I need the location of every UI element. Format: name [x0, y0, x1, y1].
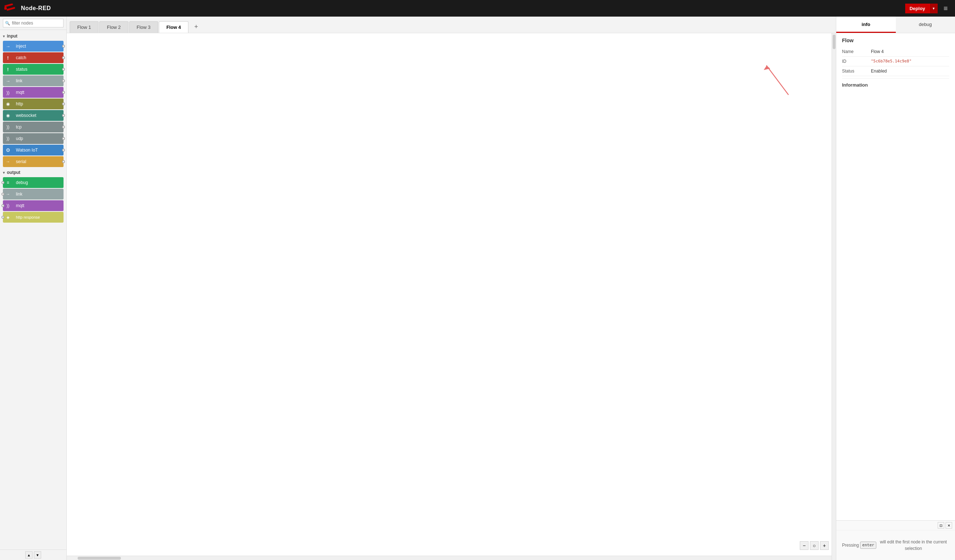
- header-left: Node-RED: [4, 4, 51, 13]
- right-panel-content: Flow Name Flow 4 ID "5c6b78e5.14c9e8" St…: [836, 33, 955, 520]
- output-section-chevron: ▾: [3, 171, 5, 175]
- filter-nodes-input[interactable]: [3, 19, 64, 27]
- node-http[interactable]: ◉ http: [3, 99, 64, 109]
- add-flow-button[interactable]: +: [191, 21, 202, 33]
- header: Node-RED Deploy ▾ ≡: [0, 0, 955, 17]
- tab-flow1[interactable]: Flow 1: [70, 21, 99, 33]
- svg-rect-0: [4, 4, 13, 7]
- inject-label: inject: [13, 41, 64, 52]
- mqtt-out-port-left: [2, 204, 4, 207]
- node-catch[interactable]: ! catch: [3, 52, 64, 63]
- zoom-reset-button[interactable]: ○: [810, 541, 819, 550]
- tab-flow4[interactable]: Flow 4: [159, 21, 188, 33]
- node-udp[interactable]: )) udp: [3, 133, 64, 144]
- info-label-name: Name: [842, 49, 871, 54]
- node-tcp[interactable]: )) tcp: [3, 122, 64, 133]
- app-title: Node-RED: [21, 5, 51, 11]
- websocket-icon: ◉: [3, 110, 13, 121]
- output-section-header[interactable]: ▾ output: [0, 168, 66, 177]
- status-icon: !: [3, 64, 13, 75]
- zoom-in-button[interactable]: +: [820, 541, 829, 550]
- node-serial[interactable]: → serial: [3, 156, 64, 167]
- http-response-port-left: [2, 216, 4, 219]
- help-panel-close-btn[interactable]: ✕: [946, 522, 952, 529]
- logo: [4, 4, 17, 13]
- link-out-port-left: [2, 193, 4, 196]
- info-value-id: "5c6b78e5.14c9e8": [871, 59, 912, 64]
- http-response-label: http response: [13, 212, 64, 223]
- serial-port-right: [62, 160, 65, 163]
- right-panel: info debug Flow Name Flow 4 ID "5c6b78e5…: [836, 17, 955, 560]
- hamburger-menu-button[interactable]: ≡: [941, 3, 951, 14]
- canvas-hscrollbar-thumb[interactable]: [78, 557, 121, 560]
- mqtt-icon: )): [3, 87, 13, 98]
- node-debug-output[interactable]: ≡ debug: [3, 177, 64, 188]
- node-mqtt[interactable]: )) mqtt: [3, 87, 64, 98]
- tab-flow2[interactable]: Flow 2: [99, 21, 128, 33]
- node-http-response[interactable]: ◈ http response: [3, 212, 64, 223]
- node-inject[interactable]: → inject: [3, 41, 64, 52]
- watson-port-right: [62, 149, 65, 152]
- deploy-button[interactable]: Deploy: [905, 4, 929, 13]
- node-websocket[interactable]: ◉ websocket: [3, 110, 64, 121]
- canvas-wrapper: − ○ +: [67, 33, 836, 560]
- node-link-output[interactable]: → link: [3, 189, 64, 200]
- node-mqtt-output[interactable]: )) mqtt: [3, 200, 64, 211]
- help-text-before: Pressing: [842, 542, 859, 549]
- node-link[interactable]: → link: [3, 75, 64, 86]
- serial-icon: →: [3, 156, 13, 167]
- tabs-bar: Flow 1 Flow 2 Flow 3 Flow 4 +: [67, 17, 836, 33]
- info-sub-section: Information: [842, 78, 949, 90]
- header-right: Deploy ▾ ≡: [905, 3, 951, 14]
- serial-label: serial: [13, 156, 64, 167]
- filter-wrapper: 🔍: [0, 17, 66, 30]
- canvas-bottom-controls: − ○ +: [800, 541, 829, 550]
- input-section-header[interactable]: ▾ input: [0, 31, 66, 40]
- output-section-label: output: [7, 170, 20, 175]
- link-label: link: [13, 75, 64, 86]
- info-value-status: Enabled: [871, 69, 887, 74]
- right-panel-inner: Flow Name Flow 4 ID "5c6b78e5.14c9e8" St…: [836, 33, 955, 94]
- svg-marker-3: [764, 66, 770, 70]
- node-watson-iot[interactable]: ⚙ Watson IoT: [3, 145, 64, 155]
- sidebar: 🔍 ▾ input → inject ! catch: [0, 17, 67, 560]
- watson-icon: ⚙: [3, 145, 13, 155]
- sidebar-scroll-up[interactable]: ▲: [25, 551, 33, 558]
- help-text-after: will edit the first node in the current …: [878, 539, 950, 552]
- help-panel-expand-btn[interactable]: ⊡: [938, 522, 944, 529]
- info-row-id: ID "5c6b78e5.14c9e8": [842, 57, 949, 66]
- deploy-wrapper: Deploy ▾: [905, 4, 938, 13]
- deploy-dropdown-button[interactable]: ▾: [929, 4, 938, 13]
- status-port-right: [62, 68, 65, 71]
- canvas-vscrollbar[interactable]: [831, 33, 836, 560]
- http-response-icon: ◈: [3, 212, 13, 223]
- right-tab-info[interactable]: info: [836, 17, 896, 33]
- node-status[interactable]: ! status: [3, 64, 64, 75]
- help-panel-header: ⊡ ✕: [836, 521, 955, 530]
- http-icon: ◉: [3, 99, 13, 109]
- input-section-label: input: [7, 34, 17, 39]
- info-value-name: Flow 4: [871, 49, 883, 54]
- canvas-hscrollbar[interactable]: [67, 556, 831, 560]
- tcp-port-right: [62, 125, 65, 128]
- catch-label: catch: [13, 52, 64, 63]
- mqtt-out-icon: )): [3, 200, 13, 211]
- tcp-icon: )): [3, 122, 13, 133]
- tcp-label: tcp: [13, 122, 64, 133]
- link-icon: →: [3, 75, 13, 86]
- catch-port-right: [62, 56, 65, 59]
- catch-icon: !: [3, 52, 13, 63]
- mqtt-out-label: mqtt: [13, 200, 64, 211]
- inject-icon: →: [3, 41, 13, 52]
- main-layout: 🔍 ▾ input → inject ! catch: [0, 17, 955, 560]
- link-out-icon: →: [3, 189, 13, 200]
- canvas[interactable]: − ○ +: [67, 33, 831, 556]
- search-icon: 🔍: [5, 21, 10, 26]
- right-tab-debug[interactable]: debug: [896, 17, 955, 33]
- tab-flow3[interactable]: Flow 3: [129, 21, 158, 33]
- debug-port-left: [2, 181, 4, 184]
- help-panel-body: Pressing enter will edit the first node …: [836, 530, 955, 560]
- zoom-out-button[interactable]: −: [800, 541, 808, 550]
- sidebar-scroll-down[interactable]: ▼: [34, 551, 41, 558]
- canvas-vscrollbar-thumb[interactable]: [833, 34, 836, 49]
